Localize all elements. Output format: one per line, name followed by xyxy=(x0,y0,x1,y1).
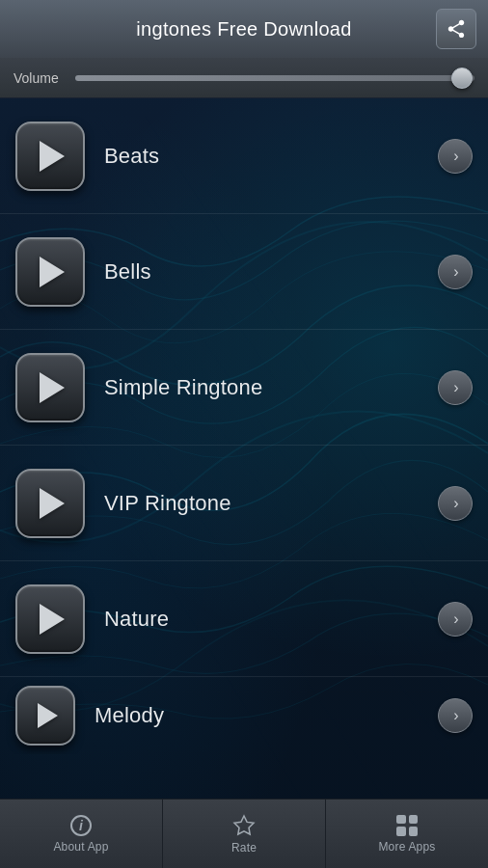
chevron-button[interactable]: › xyxy=(438,255,473,289)
nav-about-app[interactable]: i About App xyxy=(0,800,162,868)
chevron-right-icon: › xyxy=(453,380,458,395)
share-icon xyxy=(446,18,467,40)
nav-rate-label: Rate xyxy=(231,841,257,854)
play-button[interactable] xyxy=(15,584,85,654)
play-icon xyxy=(40,257,65,287)
app-title: ingtones Free Download xyxy=(52,18,436,41)
share-button[interactable] xyxy=(436,9,476,49)
ringtone-item[interactable]: Bells › xyxy=(0,214,488,330)
ringtone-name: Simple Ringtone xyxy=(104,375,438,400)
play-icon xyxy=(38,703,58,728)
ringtone-item[interactable]: Simple Ringtone › xyxy=(0,330,488,446)
play-icon xyxy=(40,372,65,403)
nav-rate[interactable]: Rate xyxy=(162,800,325,868)
ringtone-item[interactable]: VIP Ringtone › xyxy=(0,446,488,561)
chevron-button[interactable]: › xyxy=(438,698,473,733)
chevron-right-icon: › xyxy=(453,264,458,280)
nav-about-label: About App xyxy=(53,840,108,854)
chevron-button[interactable]: › xyxy=(438,602,473,637)
play-button[interactable] xyxy=(15,237,85,307)
play-button[interactable] xyxy=(15,469,85,538)
play-icon xyxy=(40,141,65,172)
ringtone-name: Beats xyxy=(104,144,438,169)
volume-thumb[interactable] xyxy=(451,68,473,89)
play-icon xyxy=(40,488,65,519)
volume-slider[interactable] xyxy=(75,75,474,81)
nav-more-apps[interactable]: More Apps xyxy=(325,800,488,868)
bottom-navigation: i About App Rate More Apps xyxy=(0,799,488,868)
chevron-button[interactable]: › xyxy=(438,370,473,405)
chevron-right-icon: › xyxy=(453,708,458,723)
app-header: ingtones Free Download xyxy=(0,0,488,58)
ringtone-list: Beats › Bells › Simple Ringtone › VIP Ri… xyxy=(0,98,488,754)
play-icon xyxy=(40,604,65,635)
chevron-right-icon: › xyxy=(453,149,458,164)
chevron-button[interactable]: › xyxy=(438,139,473,174)
star-icon xyxy=(232,814,256,837)
ringtone-item[interactable]: Beats › xyxy=(0,98,488,214)
ringtone-name: VIP Ringtone xyxy=(104,491,438,516)
ringtone-name: Bells xyxy=(104,259,438,285)
ringtone-name: Melody xyxy=(95,703,438,728)
play-button[interactable] xyxy=(15,122,85,191)
play-button[interactable] xyxy=(15,686,75,746)
info-icon: i xyxy=(70,815,92,836)
ringtone-item[interactable]: Melody › xyxy=(0,677,488,754)
chevron-button[interactable]: › xyxy=(438,486,473,521)
nav-more-label: More Apps xyxy=(378,840,435,854)
volume-label: Volume xyxy=(14,70,64,86)
volume-row: Volume xyxy=(0,58,488,98)
play-button[interactable] xyxy=(15,353,85,422)
chevron-right-icon: › xyxy=(453,611,458,627)
ringtone-name: Nature xyxy=(104,607,438,632)
chevron-right-icon: › xyxy=(453,496,458,511)
ringtone-item[interactable]: Nature › xyxy=(0,561,488,677)
grid-icon xyxy=(396,815,418,836)
